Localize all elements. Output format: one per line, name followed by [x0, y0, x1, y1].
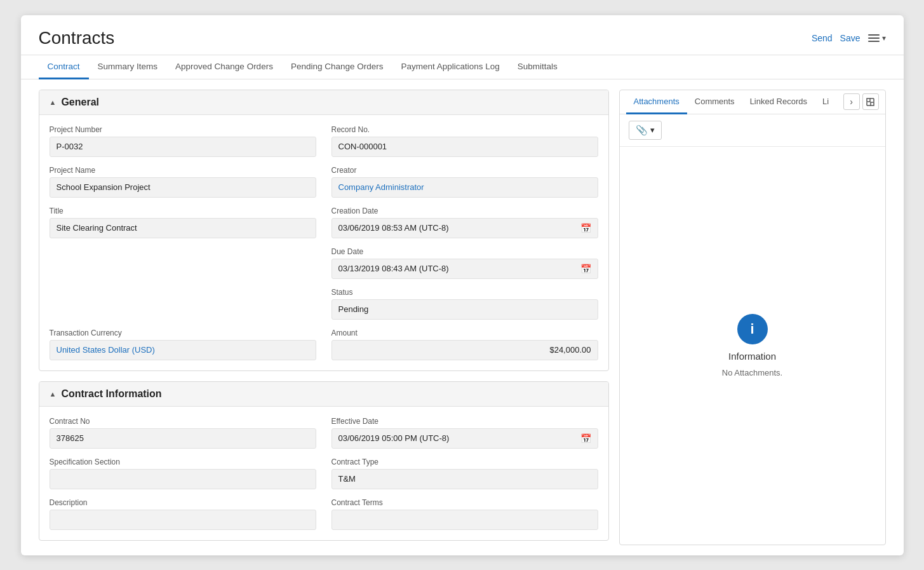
- effective-date-value: 03/06/2019 05:00 PM (UTC-8) 📅: [331, 428, 598, 449]
- contract-type-value: T&M: [331, 469, 598, 489]
- effective-date-calendar-icon[interactable]: 📅: [580, 433, 591, 444]
- contract-terms-label: Contract Terms: [331, 498, 598, 507]
- tab-contract[interactable]: Contract: [39, 55, 89, 79]
- status-field: Status Pending: [331, 288, 598, 320]
- general-section: ▲ General Project Number P-0032 Record N…: [39, 90, 609, 371]
- project-number-label: Project Number: [50, 125, 316, 134]
- effective-date-field: Effective Date 03/06/2019 05:00 PM (UTC-…: [331, 417, 598, 449]
- status-value: Pending: [331, 299, 598, 320]
- general-section-header[interactable]: ▲ General: [39, 90, 608, 115]
- general-form-grid: Project Number P-0032 Record No. CON-000…: [50, 125, 598, 360]
- right-tab-li[interactable]: Li: [815, 90, 836, 114]
- title-value: Site Clearing Contract: [50, 218, 316, 238]
- right-panel: Attachments Comments Linked Records Li ›: [619, 90, 886, 545]
- specification-section-value: [50, 469, 316, 489]
- due-date-label: Due Date: [331, 247, 598, 256]
- contract-no-label: Contract No: [50, 417, 316, 426]
- chevron-down-icon: ▾: [882, 34, 886, 43]
- amount-label: Amount: [331, 329, 598, 337]
- creation-date-value: 03/06/2019 08:53 AM (UTC-8) 📅: [331, 218, 598, 238]
- info-title: Information: [728, 351, 776, 362]
- tab-payment-applications-log[interactable]: Payment Applications Log: [392, 55, 508, 79]
- contract-information-section: ▲ Contract Information Contract No 37862…: [39, 381, 609, 541]
- creator-label: Creator: [331, 166, 598, 175]
- description-value: [50, 510, 316, 530]
- record-no-field: Record No. CON-000001: [331, 125, 598, 157]
- creator-field: Creator Company Administrator: [331, 166, 598, 198]
- calendar-icon[interactable]: 📅: [580, 223, 591, 233]
- svg-rect-0: [867, 98, 870, 102]
- general-section-title: General: [61, 97, 99, 108]
- right-tab-next-button[interactable]: ›: [843, 93, 860, 110]
- project-name-label: Project Name: [50, 166, 316, 175]
- project-name-value: School Expansion Project: [50, 177, 316, 198]
- contract-info-collapse-icon: ▲: [50, 390, 57, 398]
- contract-information-body: Contract No 378625 Effective Date 03/06/…: [39, 407, 608, 540]
- status-label: Status: [331, 288, 598, 297]
- collapse-arrow-icon: ▲: [50, 98, 57, 106]
- contract-terms-field: Contract Terms: [331, 498, 598, 530]
- description-label: Description: [50, 498, 316, 507]
- contract-information-title: Contract Information: [61, 388, 161, 400]
- attach-toolbar: 📎 ▾: [620, 114, 885, 147]
- title-field: Title Site Clearing Contract: [50, 207, 316, 238]
- project-name-field: Project Name School Expansion Project: [50, 166, 316, 198]
- right-tabs: Attachments Comments Linked Records Li ›: [620, 90, 885, 114]
- tab-summary-items[interactable]: Summary Items: [89, 55, 167, 79]
- contract-information-form-grid: Contract No 378625 Effective Date 03/06/…: [50, 417, 598, 530]
- amount-value: $24,000.00: [331, 340, 598, 360]
- transaction-currency-field: Transaction Currency United States Dolla…: [50, 329, 316, 360]
- left-panel: ▲ General Project Number P-0032 Record N…: [39, 90, 609, 545]
- spacer-field-2: [50, 288, 316, 320]
- creation-date-field: Creation Date 03/06/2019 08:53 AM (UTC-8…: [331, 207, 598, 238]
- contract-type-label: Contract Type: [331, 458, 598, 466]
- contract-terms-value: [331, 510, 598, 530]
- right-panel-expand-button[interactable]: [862, 93, 879, 110]
- right-tab-linked-records[interactable]: Linked Records: [742, 90, 815, 114]
- contract-information-header[interactable]: ▲ Contract Information: [39, 382, 608, 407]
- attach-btn-chevron: ▾: [650, 125, 655, 135]
- info-area: i Information No Attachments.: [620, 147, 885, 545]
- tab-approved-change-orders[interactable]: Approved Change Orders: [166, 55, 282, 79]
- tab-pending-change-orders[interactable]: Pending Change Orders: [282, 55, 392, 79]
- creation-date-label: Creation Date: [331, 207, 598, 215]
- paperclip-icon: 📎: [636, 125, 648, 136]
- header-actions: Send Save ▾: [812, 33, 886, 43]
- info-icon: i: [737, 314, 768, 344]
- amount-field: Amount $24,000.00: [331, 329, 598, 360]
- attach-button[interactable]: 📎 ▾: [629, 121, 662, 140]
- transaction-currency-value[interactable]: United States Dollar (USD): [50, 340, 316, 360]
- main-tabs: Contract Summary Items Approved Change O…: [21, 55, 904, 79]
- right-tab-comments[interactable]: Comments: [687, 90, 742, 114]
- specification-section-field: Specification Section: [50, 458, 316, 489]
- project-number-field: Project Number P-0032: [50, 125, 316, 157]
- general-section-body: Project Number P-0032 Record No. CON-000…: [39, 115, 608, 370]
- svg-rect-1: [871, 102, 874, 105]
- send-link[interactable]: Send: [812, 33, 833, 43]
- main-content: ▲ General Project Number P-0032 Record N…: [21, 79, 904, 555]
- record-no-label: Record No.: [331, 125, 598, 134]
- description-field: Description: [50, 498, 316, 530]
- menu-icon[interactable]: ▾: [868, 34, 886, 43]
- effective-date-label: Effective Date: [331, 417, 598, 426]
- contract-type-field: Contract Type T&M: [331, 458, 598, 489]
- info-subtitle: No Attachments.: [722, 368, 782, 377]
- app-window: Contracts Send Save ▾ Contract Summary I…: [21, 15, 904, 555]
- hamburger-icon: [868, 34, 880, 42]
- due-date-field: Due Date 03/13/2019 08:43 AM (UTC-8) 📅: [331, 247, 598, 279]
- title-label: Title: [50, 207, 316, 215]
- record-no-value: CON-000001: [331, 137, 598, 157]
- due-date-calendar-icon[interactable]: 📅: [580, 264, 591, 274]
- contract-no-field: Contract No 378625: [50, 417, 316, 449]
- right-tab-nav: ›: [843, 93, 879, 110]
- due-date-value: 03/13/2019 08:43 AM (UTC-8) 📅: [331, 259, 598, 279]
- project-number-value: P-0032: [50, 137, 316, 157]
- header: Contracts Send Save ▾: [21, 15, 904, 55]
- transaction-currency-label: Transaction Currency: [50, 329, 316, 337]
- save-link[interactable]: Save: [840, 33, 860, 43]
- tab-submittals[interactable]: Submittals: [509, 55, 566, 79]
- specification-section-label: Specification Section: [50, 458, 316, 466]
- right-tab-attachments[interactable]: Attachments: [626, 90, 687, 114]
- creator-value[interactable]: Company Administrator: [331, 177, 598, 198]
- contract-no-value: 378625: [50, 428, 316, 449]
